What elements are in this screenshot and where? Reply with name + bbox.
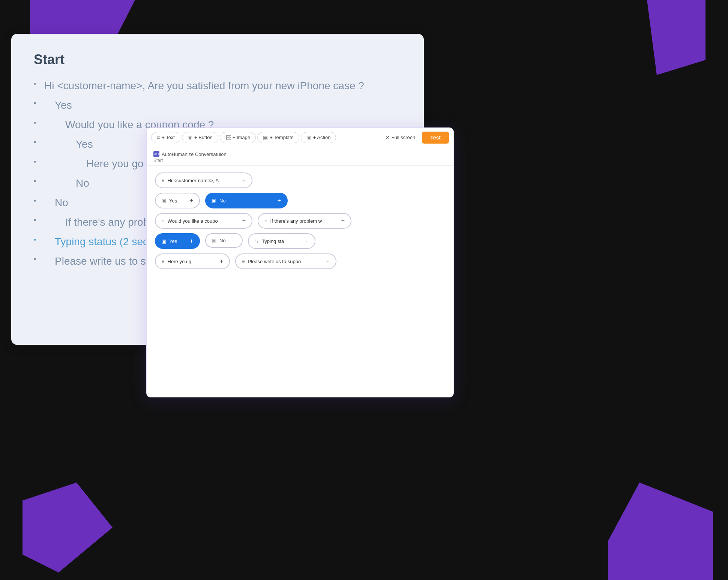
text-icon: ≡: [157, 135, 160, 141]
please-write-icon: ≡: [242, 259, 245, 264]
panel-title-row: AH AutoHumanize Conversatuion: [153, 151, 447, 157]
node-yes-2[interactable]: ▣ Yes +: [155, 233, 200, 249]
action-button[interactable]: ▣ + Action: [301, 132, 336, 143]
please-write-text: Please write us to suppo: [248, 259, 323, 264]
fullscreen-icon: ✕: [386, 135, 390, 140]
node-here-you-go[interactable]: ≡ Here you g +: [155, 253, 230, 269]
text-node-icon: ≡: [162, 178, 165, 183]
hi-message-text: Hi <customer-name>, A: [168, 178, 239, 183]
node-no-2[interactable]: ▣ No: [205, 233, 243, 248]
yes1-plus[interactable]: +: [190, 197, 193, 204]
toolbar: ≡ + Text ▣ + Button 🖼 + Image ▣ + Templa…: [147, 128, 453, 147]
decorative-shape-top-right: [608, 0, 705, 75]
template-icon: ▣: [263, 135, 268, 141]
decorative-shape-bottom-left: [23, 483, 113, 573]
no2-text: No: [219, 238, 236, 243]
node-hi-message[interactable]: ≡ Hi <customer-name>, A +: [155, 172, 252, 188]
node-if-problem[interactable]: ≡ If there's any problem w +: [258, 213, 351, 229]
robot-icon: AH: [153, 151, 159, 157]
coupon-plus[interactable]: +: [242, 217, 246, 224]
no1-plus[interactable]: +: [278, 197, 281, 204]
panel-title-text: AutoHumanize Conversatuion: [162, 151, 227, 157]
tree-item-1: Yes: [34, 97, 401, 113]
here-you-text: Here you g: [168, 259, 217, 264]
coupon-text: Would you like a coupo: [168, 218, 239, 224]
node-typing-status[interactable]: ↳ Typing sta +: [248, 233, 315, 249]
node-yes-1[interactable]: ▣ Yes +: [155, 193, 200, 208]
action-icon: ▣: [306, 135, 311, 141]
image-icon: 🖼: [225, 135, 231, 141]
typing-text: Typing sta: [262, 238, 302, 244]
image-button[interactable]: 🖼 + Image: [220, 132, 256, 143]
please-write-plus[interactable]: +: [326, 258, 330, 265]
yes1-icon: ▣: [162, 198, 166, 204]
no2-icon: ▣: [212, 238, 216, 243]
here-you-plus[interactable]: +: [220, 258, 223, 265]
node-no-1[interactable]: ▣ No +: [205, 193, 288, 208]
main-flow-panel: ≡ + Text ▣ + Button 🖼 + Image ▣ + Templa…: [146, 127, 454, 397]
button-icon: ▣: [188, 135, 192, 141]
here-you-icon: ≡: [162, 259, 165, 264]
text-button[interactable]: ≡ + Text: [151, 132, 180, 143]
if-problem-icon: ≡: [264, 218, 267, 224]
bg-card-title: Start: [34, 52, 401, 67]
panel-start-label: Start: [153, 158, 447, 163]
flow-row-3: ≡ Would you like a coupo + ≡ If there's …: [155, 213, 445, 229]
yes2-icon: ▣: [162, 238, 166, 244]
yes1-text: Yes: [169, 198, 187, 204]
yes2-text: Yes: [169, 238, 187, 244]
node-coupon[interactable]: ≡ Would you like a coupo +: [155, 213, 252, 229]
typing-plus[interactable]: +: [305, 238, 309, 244]
coupon-icon: ≡: [162, 218, 165, 224]
flow-row-1: ≡ Hi <customer-name>, A +: [155, 172, 445, 188]
fullscreen-button[interactable]: ✕ Full screen: [380, 132, 421, 142]
hi-message-plus[interactable]: +: [242, 177, 246, 184]
flow-canvas[interactable]: ≡ Hi <customer-name>, A + ▣ Yes + ▣ No +…: [147, 166, 453, 394]
node-please-write[interactable]: ≡ Please write us to suppo +: [235, 253, 336, 269]
tree-item-0: Hi <customer-name>, Are you satisfied fr…: [34, 78, 401, 94]
template-button[interactable]: ▣ + Template: [257, 132, 299, 143]
decorative-shape-bottom-right: [608, 483, 713, 580]
yes2-plus[interactable]: +: [190, 238, 193, 244]
if-problem-plus[interactable]: +: [341, 217, 345, 224]
panel-header: AH AutoHumanize Conversatuion Start: [147, 147, 453, 166]
flow-row-4: ▣ Yes + ▣ No ↳ Typing sta +: [155, 233, 445, 249]
if-problem-text: If there's any problem w: [270, 218, 338, 224]
flow-row-5: ≡ Here you g + ≡ Please write us to supp…: [155, 253, 445, 269]
flow-row-2: ▣ Yes + ▣ No +: [155, 193, 445, 208]
no1-icon: ▣: [212, 198, 216, 204]
typing-icon: ↳: [255, 238, 259, 244]
test-button[interactable]: Test: [422, 132, 449, 144]
no1-text: No: [219, 198, 275, 204]
button-button[interactable]: ▣ + Button: [182, 132, 218, 143]
